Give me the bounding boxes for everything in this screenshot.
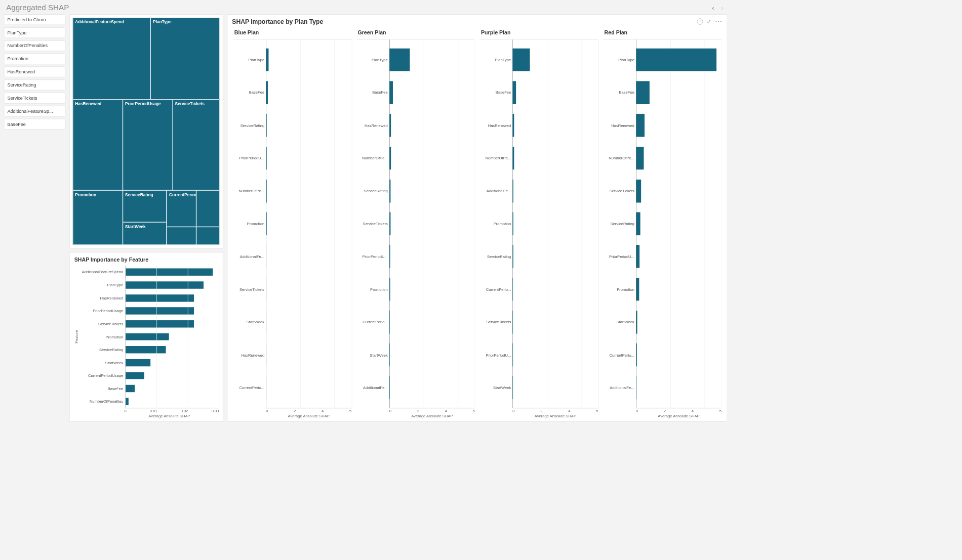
bar-fill[interactable] <box>512 49 530 71</box>
bar-fill[interactable] <box>636 278 639 300</box>
bar-category-label: ServiceRating <box>479 254 512 259</box>
bar-category-label: CurrentPeriodUsage <box>79 373 126 377</box>
bar-fill[interactable] <box>389 147 391 169</box>
treemap-tile[interactable]: Promotion <box>73 190 123 245</box>
bar-fill[interactable] <box>126 359 150 366</box>
bar-category-label: AdditionalFe... <box>603 385 636 390</box>
treemap-tile[interactable]: PlanType <box>151 18 220 100</box>
bar-fill[interactable] <box>636 343 637 366</box>
more-menu-icon[interactable]: ⋯ <box>715 20 722 23</box>
treemap-tile[interactable] <box>196 190 220 227</box>
bar-fill[interactable] <box>389 343 390 366</box>
treemap-tile[interactable] <box>167 227 196 245</box>
bar-fill[interactable] <box>126 281 204 288</box>
bar-fill[interactable] <box>126 385 135 392</box>
bar-fill[interactable] <box>636 114 645 137</box>
bar-fill[interactable] <box>126 320 194 327</box>
bar-fill[interactable] <box>512 81 516 104</box>
bar-fill[interactable] <box>512 311 513 333</box>
bar-fill[interactable] <box>512 245 513 268</box>
bar-fill[interactable] <box>636 147 644 169</box>
filter-item[interactable]: PlanType <box>4 27 66 38</box>
bar-fill[interactable] <box>266 180 267 202</box>
bar-fill[interactable] <box>389 278 390 300</box>
filter-item[interactable]: Predicted to Churn <box>4 14 66 25</box>
bar-fill[interactable] <box>636 311 637 333</box>
bar-fill[interactable] <box>266 278 266 300</box>
filter-item[interactable]: NumberOfPenalties <box>4 40 66 51</box>
bar-category-label: ServiceTickets <box>79 322 126 326</box>
bar-fill[interactable] <box>126 333 169 340</box>
bar-fill[interactable] <box>389 180 391 202</box>
info-icon[interactable]: i <box>697 18 703 24</box>
bar-fill[interactable] <box>389 212 390 235</box>
bar-fill[interactable] <box>266 81 268 104</box>
next-sheet-icon[interactable]: › <box>719 4 725 11</box>
bar-category-label: CurrentPerio... <box>479 287 512 291</box>
filter-item[interactable]: ServiceRating <box>4 79 66 90</box>
bar-fill[interactable] <box>126 294 194 301</box>
bar-category-label: PlanType <box>603 58 636 62</box>
prev-sheet-icon[interactable]: ‹ <box>710 4 716 11</box>
bar-category-label: PriorPeriodUsage <box>79 309 126 313</box>
tick-label: 0 <box>512 409 514 413</box>
bar-category-label: AdditionalFe... <box>479 189 512 193</box>
treemap-tile[interactable] <box>196 227 220 245</box>
tick-label: 0.02 <box>181 409 188 413</box>
treemap-tile[interactable]: AdditionalFeatureSpend <box>73 18 151 100</box>
bar-category-label: AdditionalFe... <box>233 254 266 259</box>
bar-fill[interactable] <box>512 212 513 235</box>
filter-item[interactable]: HasRenewed <box>4 66 66 77</box>
treemap-tile[interactable]: ServiceTickets <box>173 100 220 191</box>
bar-fill[interactable] <box>126 346 166 353</box>
bar-fill[interactable] <box>636 212 640 235</box>
bar-fill[interactable] <box>512 278 513 300</box>
bar-fill[interactable] <box>266 49 268 71</box>
bar-fill[interactable] <box>266 245 266 268</box>
bar-fill[interactable] <box>389 49 410 71</box>
bar-fill[interactable] <box>636 376 636 399</box>
filter-item[interactable]: ServiceTickets <box>4 93 66 103</box>
bar-fill[interactable] <box>512 343 513 366</box>
bar-fill[interactable] <box>512 114 514 137</box>
bar-fill[interactable] <box>389 311 390 333</box>
bar-fill[interactable] <box>266 147 267 169</box>
tick-label: 4 <box>445 409 447 413</box>
bar-fill[interactable] <box>126 269 213 276</box>
bar-fill[interactable] <box>389 81 393 104</box>
bar-fill[interactable] <box>512 180 513 202</box>
filter-item[interactable]: BaseFee <box>4 119 66 130</box>
bar-category-label: ServiceRating <box>79 348 126 352</box>
shap-feature-title: SHAP Importance by Feature <box>70 252 223 264</box>
bar-fill[interactable] <box>512 147 514 169</box>
bar-category-label: StartWeek <box>356 353 389 357</box>
bar-fill[interactable] <box>266 311 266 333</box>
treemap-tile[interactable]: PriorPeriodUsage <box>123 100 173 191</box>
bar-fill[interactable] <box>636 81 650 104</box>
filter-item[interactable]: AdditionalFeatureSp... <box>4 106 66 116</box>
bar-category-label: PriorPeriodU... <box>479 353 512 357</box>
bar-fill[interactable] <box>126 398 129 405</box>
bar-fill[interactable] <box>636 49 716 71</box>
treemap-tile[interactable]: HasRenewed <box>73 100 123 191</box>
treemap-tile[interactable]: CurrentPeriodUsage <box>167 190 196 227</box>
bar-fill[interactable] <box>266 114 267 137</box>
page-header: Aggregated SHAP ‹ › <box>0 0 731 14</box>
bar-fill[interactable] <box>636 180 641 202</box>
bar-category-label: Promotion <box>603 287 636 291</box>
bar-fill[interactable] <box>636 245 639 268</box>
bar-category-label: PriorPeriodU... <box>603 254 636 259</box>
expand-icon[interactable]: ⤢ <box>707 19 711 24</box>
bar-fill[interactable] <box>126 372 144 379</box>
filter-item[interactable]: Promotion <box>4 54 66 64</box>
bar-fill[interactable] <box>389 245 390 268</box>
treemap-chart[interactable]: AdditionalFeatureSpendPlanTypeHasRenewed… <box>73 18 220 245</box>
treemap-tile[interactable]: StartWeek <box>123 222 167 245</box>
treemap-tile[interactable]: ServiceRating <box>123 190 167 222</box>
bar-fill[interactable] <box>266 212 266 235</box>
plan-name: Green Plan <box>356 27 474 39</box>
shap-feature-chart[interactable]: Feature AdditionalFeatureSpendPlanTypeHa… <box>70 264 223 421</box>
bar-category-label: ServiceTickets <box>356 222 389 226</box>
bar-fill[interactable] <box>126 307 194 314</box>
bar-fill[interactable] <box>389 114 391 137</box>
